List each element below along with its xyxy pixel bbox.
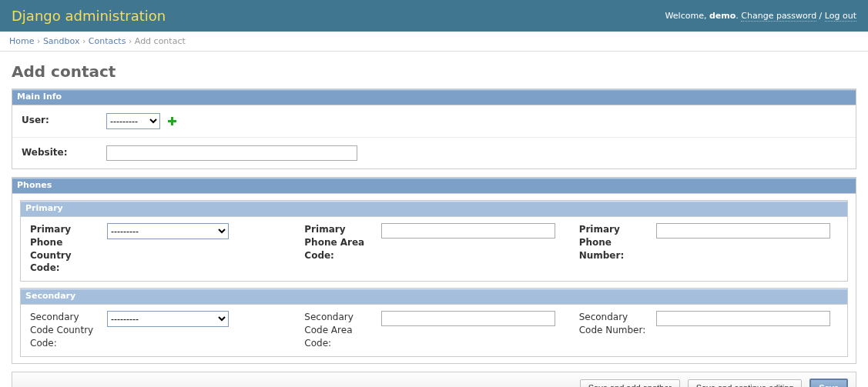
primary-number-input[interactable] xyxy=(656,223,830,239)
add-user-icon[interactable] xyxy=(168,117,177,126)
website-label: Website: xyxy=(22,145,106,158)
username: demo xyxy=(709,11,736,21)
fieldset-legend-main-info: Main Info xyxy=(12,89,856,105)
website-input[interactable] xyxy=(106,145,357,161)
secondary-number-input[interactable] xyxy=(656,311,830,326)
fieldset-primary: Primary Primary Phone Country Code: ----… xyxy=(20,200,848,282)
change-password-link[interactable]: Change password xyxy=(741,11,816,22)
primary-number-label: Primary Phone Number: xyxy=(579,223,648,262)
user-tools: Welcome, demo. Change password / Log out xyxy=(665,11,856,21)
logout-link[interactable]: Log out xyxy=(825,11,856,22)
user-label: User: xyxy=(22,113,106,125)
breadcrumb-contacts[interactable]: Contacts xyxy=(89,36,126,46)
submit-row xyxy=(12,372,856,387)
secondary-area-code-input[interactable] xyxy=(381,311,555,326)
header: Django administration Welcome, demo. Cha… xyxy=(0,0,868,32)
secondary-number-label: Secondary Code Number: xyxy=(579,311,648,337)
site-title: Django administration xyxy=(12,8,166,24)
secondary-country-code-label: Secondary Code Country Code: xyxy=(30,311,99,349)
save-continue-button[interactable] xyxy=(688,379,803,387)
breadcrumb-home[interactable]: Home xyxy=(9,36,34,46)
fieldset-legend-primary: Primary xyxy=(21,201,847,217)
fieldset-main-info: Main Info User: --------- Website: xyxy=(12,88,856,169)
secondary-country-code-select[interactable]: --------- xyxy=(107,311,229,327)
fieldset-legend-secondary: Secondary xyxy=(21,289,847,305)
primary-country-code-label: Primary Phone Country Code: xyxy=(30,223,99,275)
primary-country-code-select[interactable]: --------- xyxy=(107,223,229,239)
page-title: Add contact xyxy=(12,62,856,81)
save-button[interactable] xyxy=(809,379,848,387)
user-select[interactable]: --------- xyxy=(106,113,160,129)
breadcrumb: Home › Sandbox › Contacts › Add contact xyxy=(0,32,868,52)
breadcrumb-current: Add contact xyxy=(135,36,186,46)
fieldset-phones: Phones Primary Primary Phone Country Cod… xyxy=(12,177,856,364)
fieldset-legend-phones: Phones xyxy=(12,178,856,194)
welcome-text: Welcome, xyxy=(665,11,709,21)
save-add-another-button[interactable] xyxy=(580,379,680,387)
primary-area-code-label: Primary Phone Area Code: xyxy=(304,223,374,262)
primary-area-code-input[interactable] xyxy=(381,223,555,239)
fieldset-secondary: Secondary Secondary Code Country Code: -… xyxy=(20,288,848,356)
breadcrumb-sandbox[interactable]: Sandbox xyxy=(43,36,80,46)
secondary-area-code-label: Secondary Code Area Code: xyxy=(304,311,374,349)
